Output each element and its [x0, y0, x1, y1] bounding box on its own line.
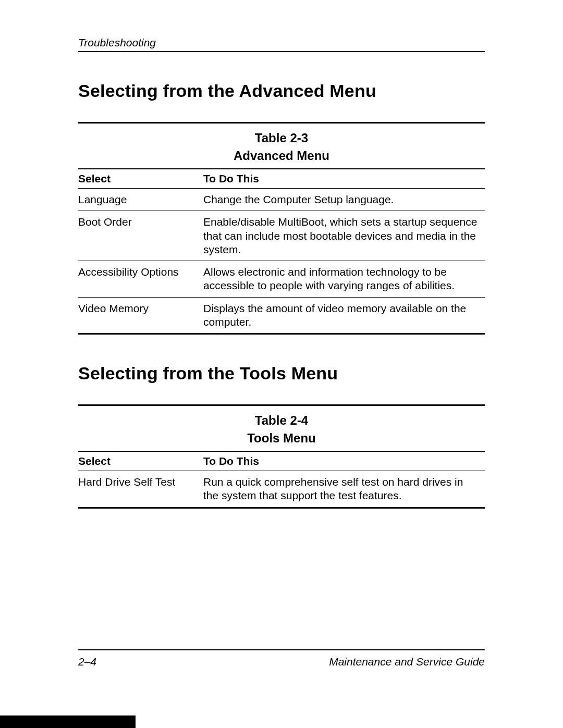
cell-action: Change the Computer Setup language. [203, 189, 485, 211]
table-title: Advanced Menu [78, 149, 485, 163]
table-2-4: Table 2-4 Tools Menu Select To Do This H… [78, 404, 485, 509]
cell-select: Video Memory [78, 297, 203, 334]
running-head: Troubleshooting [78, 36, 485, 52]
col-header-action: To Do This [203, 452, 485, 471]
col-header-select: Select [78, 169, 203, 189]
table-top-rule [78, 122, 485, 124]
table-2-3: Table 2-3 Advanced Menu Select To Do Thi… [78, 122, 485, 335]
cell-select: Boot Order [78, 211, 203, 261]
cell-select: Accessibility Options [78, 261, 203, 298]
table-caption: Table 2-4 [78, 413, 485, 428]
page: Troubleshooting Selecting from the Advan… [0, 0, 563, 728]
advanced-menu-table: Select To Do This Language Change the Co… [78, 169, 485, 335]
section-heading-tools: Selecting from the Tools Menu [78, 363, 485, 384]
cell-action: Allows electronic and information techno… [203, 261, 485, 298]
table-row: Hard Drive Self Test Run a quick compreh… [78, 471, 485, 508]
tools-menu-table: Select To Do This Hard Drive Self Test R… [78, 452, 485, 509]
redaction-bar [0, 715, 136, 728]
col-header-action: To Do This [203, 169, 485, 189]
table-title: Tools Menu [78, 431, 485, 446]
page-number: 2–4 [78, 656, 96, 668]
table-row: Language Change the Computer Setup langu… [78, 189, 485, 211]
cell-action: Run a quick comprehensive self test on h… [203, 471, 485, 508]
cell-select: Language [78, 189, 203, 211]
section-heading-advanced: Selecting from the Advanced Menu [78, 81, 485, 101]
page-footer: 2–4 Maintenance and Service Guide [78, 649, 485, 668]
cell-action: Displays the amount of video memory avai… [203, 297, 485, 334]
table-row: Accessibility Options Allows electronic … [78, 261, 485, 298]
table-row: Video Memory Displays the amount of vide… [78, 297, 485, 334]
col-header-select: Select [78, 452, 203, 471]
table-row: Boot Order Enable/disable MultiBoot, whi… [78, 211, 485, 261]
book-title: Maintenance and Service Guide [329, 656, 485, 668]
cell-action: Enable/disable MultiBoot, which sets a s… [203, 211, 485, 261]
table-caption: Table 2-3 [78, 131, 485, 145]
cell-select: Hard Drive Self Test [78, 471, 203, 508]
table-top-rule [78, 404, 485, 406]
